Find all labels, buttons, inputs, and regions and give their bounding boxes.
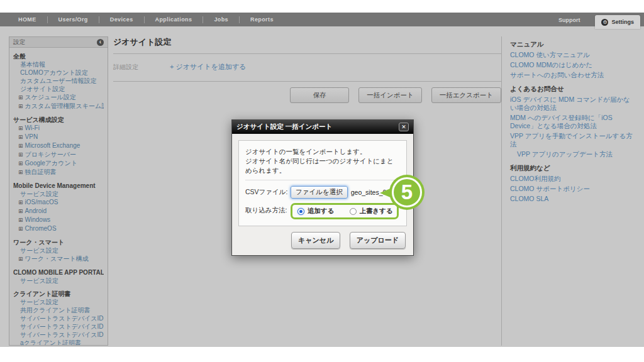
help-item: マニュアル	[510, 40, 633, 48]
sidebar-item: ⊞全般	[13, 52, 104, 60]
nav-item[interactable]: Devices	[99, 16, 144, 23]
sidebar-item[interactable]: ⊞Android	[13, 207, 104, 216]
sidebar-item-label: プロキシサーバー	[25, 151, 76, 158]
radio-option-append[interactable]: 追加する	[297, 207, 335, 216]
sidebar-item[interactable]: ⊞サイバートラストデバイスIDクライ...	[13, 322, 104, 331]
sidebar-item[interactable]: ⊞Windows	[13, 216, 104, 224]
nav-item[interactable]: Applications	[144, 16, 203, 23]
sidebar-item[interactable]: ⊞基本情報	[13, 60, 104, 69]
sidebar-header: 設定 ‹	[9, 37, 108, 48]
gear-icon: ⚙	[601, 19, 608, 26]
sidebar-item[interactable]: ⊞ワーク・スマート構成	[13, 255, 104, 263]
add-geosite-link[interactable]: + ジオサイトを追加する	[170, 62, 247, 72]
help-item[interactable]: CLOMO サポートポリシー	[510, 185, 633, 193]
action-buttons-row: 保存 一括インポート 一括エクスポート	[113, 87, 501, 103]
sidebar-item-label: サービス設定	[20, 299, 58, 305]
sidebar-item-label: サービス構成設定	[13, 116, 64, 123]
annotation-step-badge: 5	[392, 177, 422, 207]
sidebar-item[interactable]: ⊞共用クライアント証明書	[13, 306, 104, 314]
sidebar-item-label: Windows	[25, 216, 51, 223]
sidebar-item[interactable]: ⊞iOS/macOS	[13, 198, 104, 207]
detail-settings-label: 詳細設定	[113, 63, 170, 72]
nav-item[interactable]: Jobs	[203, 16, 239, 23]
sidebar-item[interactable]: ⊞サイバートラストデバイスID(個人...	[13, 331, 104, 339]
dialog-description-line2: ジオサイト名が同じ行は一つのジオサイトにまとめられます。	[245, 156, 400, 175]
help-item-label: CLOMO サポートポリシー	[510, 185, 590, 192]
radio-option-overwrite[interactable]: 上書きする	[350, 207, 393, 216]
close-icon[interactable]: ✕	[399, 123, 409, 131]
expand-icon: ⊞	[18, 160, 23, 167]
expand-icon: ⊞	[18, 169, 23, 175]
expand-icon: ⊞	[18, 217, 23, 223]
help-item-label: CLOMO SLA	[510, 195, 548, 202]
sidebar-item[interactable]: ⊞プロキシサーバー	[13, 150, 104, 159]
sidebar-item[interactable]: ⊞サービス設定	[13, 298, 104, 306]
cancel-button[interactable]: キャンセル	[291, 232, 340, 249]
choose-file-button[interactable]: ファイルを選択	[291, 186, 348, 199]
import-form: ジオサイトの一覧をインポートします。 ジオサイト名が同じ行は一つのジオサイトにま…	[238, 140, 407, 226]
help-item-label: サポートへのお問い合わせ方法	[510, 71, 604, 79]
tab-settings[interactable]: ⚙ Settings	[595, 15, 640, 29]
support-link[interactable]: Support	[558, 17, 580, 23]
sidebar-item: ⊞CLOMO MOBILE APP PORTAL	[13, 268, 104, 277]
sidebar-item-label: Mobile Device Management	[13, 182, 96, 189]
sidebar-item-label: ワーク・スマート	[13, 239, 64, 246]
sidebar-item-label: ジオサイト設定	[20, 85, 65, 92]
nav-right: Support ⚙ Settings	[558, 13, 640, 26]
help-panel: マニュアル CLOMO 使い方マニュアル CLOMO MDMのはじめかた サポー…	[501, 36, 635, 346]
upload-button[interactable]: アップロード	[350, 232, 406, 249]
sidebar-item[interactable]: ⊞サービス設定	[13, 246, 104, 255]
sidebar-item[interactable]: ⊞VPN	[13, 133, 104, 141]
sidebar-item: ⊞クライアント証明書	[13, 290, 104, 298]
help-item[interactable]: VPP アプリのアップデート方法	[510, 150, 633, 158]
sidebar-item[interactable]: ⊞サイバートラストデバイスID(pilot)...	[13, 314, 104, 322]
sidebar-item[interactable]: ⊞aクライアント証明書	[13, 339, 104, 346]
sidebar-item[interactable]: ⊞独自証明書	[13, 168, 104, 177]
expand-icon: ⊞	[18, 134, 23, 140]
sidebar-item[interactable]: ⊞サービス設定	[13, 277, 104, 285]
bulk-import-button[interactable]: 一括インポート	[358, 87, 421, 103]
settings-tab-label: Settings	[611, 19, 634, 25]
radio-unselected-icon	[350, 208, 357, 215]
sidebar-item[interactable]: ⊞カスタムユーザー情報設定	[13, 77, 104, 85]
sidebar-item-label: サイバートラストデバイスIDクライ...	[20, 323, 104, 330]
dialog-title: ジオサイト設定 一括インポート	[236, 123, 399, 131]
sidebar-item-label: iOS/macOS	[25, 199, 58, 206]
help-item[interactable]: iOS デバイスに MDM コマンドが届かない場合の対処法	[510, 96, 633, 112]
detail-settings-row: 詳細設定 + ジオサイトを追加する	[113, 54, 501, 82]
help-item[interactable]: MDM へのデバイス登録時に「iOS Device」となる場合の対処法	[510, 114, 633, 130]
help-item[interactable]: CLOMO 使い方マニュアル	[510, 51, 633, 59]
nav-item[interactable]: Reports	[239, 16, 284, 23]
sidebar-item[interactable]: ⊞Googleアカウント	[13, 159, 104, 168]
sidebar-item[interactable]: ⊞カスタム管理権限スキーム設定	[13, 102, 104, 111]
help-item[interactable]: CLOMO MDMのはじめかた	[510, 61, 633, 69]
sidebar-item[interactable]: ⊞Wi-Fi	[13, 124, 104, 133]
help-item-label: VPP アプリのアップデート方法	[517, 150, 613, 158]
sidebar-item-label: カスタムユーザー情報設定	[20, 77, 96, 84]
sidebar-item[interactable]: ⊞ChromeOS	[13, 224, 104, 233]
help-item[interactable]: CLOMO SLA	[510, 195, 633, 203]
sidebar-item[interactable]: ⊞ジオサイト設定	[13, 85, 104, 93]
help-item-label: よくあるお問合せ	[510, 85, 564, 92]
help-item[interactable]: サポートへのお問い合わせ方法	[510, 71, 633, 79]
expand-icon: ⊞	[18, 226, 23, 232]
sidebar-title: 設定	[13, 38, 97, 47]
nav-item[interactable]: HOME	[8, 16, 47, 23]
import-method-label: 取り込み方法:	[245, 206, 291, 215]
sidebar-item[interactable]: ⊞スケジュール設定	[13, 93, 104, 102]
help-item-label: iOS デバイスに MDM コマンドが届かない場合の対処法	[510, 96, 630, 111]
bulk-export-button[interactable]: 一括エクスポート	[431, 87, 501, 103]
sidebar-item[interactable]: ⊞CLOMOアカウント設定	[13, 69, 104, 77]
help-item[interactable]: CLOMO利用規約	[510, 175, 633, 183]
sidebar-item-label: サービス設定	[20, 190, 58, 197]
sidebar-item-label: カスタム管理権限スキーム設定	[25, 102, 104, 109]
nav-item[interactable]: Users/Org	[47, 16, 99, 23]
csv-file-label: CSVファイル:	[245, 188, 291, 197]
help-item[interactable]: VPP アプリを手動でインストールする方法	[510, 132, 633, 148]
help-item-label: マニュアル	[510, 40, 544, 48]
sidebar-item[interactable]: ⊞サービス設定	[13, 190, 104, 198]
sidebar-item: ⊞サービス構成設定	[13, 116, 104, 124]
save-button[interactable]: 保存	[290, 87, 349, 103]
collapse-sidebar-icon[interactable]: ‹	[97, 39, 104, 46]
sidebar-item[interactable]: ⊞Microsoft Exchange	[13, 141, 104, 150]
